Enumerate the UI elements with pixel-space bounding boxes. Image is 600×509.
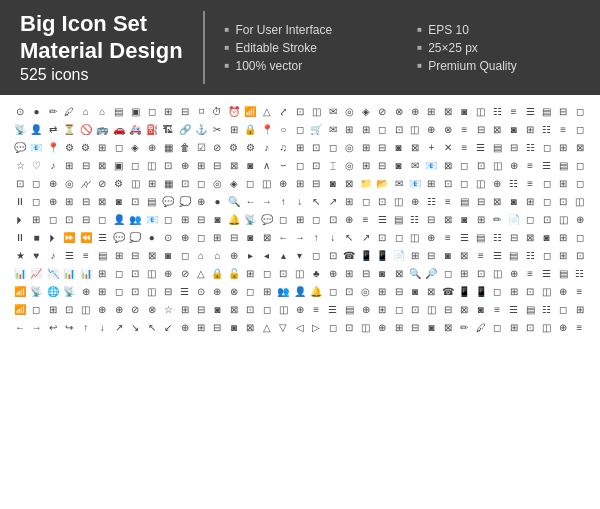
icon: ⊡ bbox=[555, 193, 571, 209]
icon: 👥 bbox=[127, 211, 143, 227]
icon: ⊟ bbox=[374, 139, 390, 155]
icon: ◙ bbox=[160, 247, 176, 263]
icon: ⊘ bbox=[127, 301, 143, 317]
icon: ▤ bbox=[539, 103, 555, 119]
icon: ⊟ bbox=[78, 157, 94, 173]
icon: ⊟ bbox=[160, 283, 176, 299]
icon: ◻ bbox=[292, 157, 308, 173]
icon: 🔔 bbox=[226, 211, 242, 227]
icon: ⊞ bbox=[111, 247, 127, 263]
icon: ⊕ bbox=[407, 103, 423, 119]
icon: ⊞ bbox=[423, 103, 439, 119]
icon: ⏳ bbox=[61, 121, 77, 137]
icon: ▤ bbox=[391, 211, 407, 227]
icon: ↗ bbox=[358, 229, 374, 245]
icon: ◙ bbox=[456, 103, 472, 119]
icon: ⊕ bbox=[489, 175, 505, 191]
icon: ◻ bbox=[456, 157, 472, 173]
icon: ♪ bbox=[259, 139, 275, 155]
icon: ◎ bbox=[209, 175, 225, 191]
icon: ⊞ bbox=[374, 301, 390, 317]
icon: ◂ bbox=[259, 247, 275, 263]
icon: 📶 bbox=[12, 283, 28, 299]
icon: ⊡ bbox=[127, 265, 143, 281]
icon: ✏ bbox=[456, 319, 472, 335]
icon: 📱 bbox=[374, 247, 390, 263]
feature-2: EPS 10 bbox=[417, 23, 580, 37]
icon: ⊡ bbox=[127, 283, 143, 299]
icon: ⊠ bbox=[456, 301, 472, 317]
icon: ◫ bbox=[555, 211, 571, 227]
icon: ☆ bbox=[160, 301, 176, 317]
icon: ⊡ bbox=[292, 103, 308, 119]
icon: ◫ bbox=[144, 283, 160, 299]
icon: ⊡ bbox=[440, 175, 456, 191]
icon: 📧 bbox=[407, 175, 423, 191]
icon: ⊠ bbox=[144, 247, 160, 263]
icon: ● bbox=[28, 103, 44, 119]
icon: ⊠ bbox=[440, 211, 456, 227]
icon: ≡ bbox=[456, 139, 472, 155]
icon: 🏗 bbox=[160, 121, 176, 137]
icon: 💭 bbox=[177, 193, 193, 209]
icon: ⊞ bbox=[374, 283, 390, 299]
icon: ▴ bbox=[275, 247, 291, 263]
icon: ◙ bbox=[539, 229, 555, 245]
icon: ⊟ bbox=[127, 247, 143, 263]
header-left: Big Icon Set Material Design 525 icons bbox=[20, 11, 205, 84]
icon: 🔗 bbox=[177, 121, 193, 137]
icon: ⊠ bbox=[341, 175, 357, 191]
icon: ▣ bbox=[127, 103, 143, 119]
icon: ◻ bbox=[572, 229, 588, 245]
icon: 💬 bbox=[12, 139, 28, 155]
icon: ⊕ bbox=[193, 193, 209, 209]
icon: ▦ bbox=[160, 175, 176, 191]
icon: ◫ bbox=[144, 157, 160, 173]
icon: ◫ bbox=[391, 193, 407, 209]
icon: ◎ bbox=[61, 175, 77, 191]
icon: ⚓ bbox=[193, 121, 209, 137]
icon: ⊟ bbox=[506, 229, 522, 245]
icon: + bbox=[423, 139, 439, 155]
icon: ⊟ bbox=[358, 265, 374, 281]
icon: ⊟ bbox=[209, 319, 225, 335]
icon: ◻ bbox=[572, 121, 588, 137]
icon: 👤 bbox=[28, 121, 44, 137]
icon: ☰ bbox=[374, 211, 390, 227]
icon: ⊠ bbox=[440, 319, 456, 335]
icon: ◫ bbox=[259, 175, 275, 191]
icon: ☰ bbox=[94, 229, 110, 245]
icon: ⊞ bbox=[358, 139, 374, 155]
icon: ◎ bbox=[341, 157, 357, 173]
icon: ⊕ bbox=[226, 247, 242, 263]
icon: ⊡ bbox=[61, 301, 77, 317]
icon: ✉ bbox=[391, 175, 407, 191]
icon: ⏪ bbox=[78, 229, 94, 245]
icon: 📧 bbox=[423, 157, 439, 173]
icon: 🔒 bbox=[209, 265, 225, 281]
icon: 📱 bbox=[473, 283, 489, 299]
icon: ⊞ bbox=[555, 247, 571, 263]
icon: ⊗ bbox=[391, 103, 407, 119]
icon: → bbox=[259, 193, 275, 209]
icon: ⊞ bbox=[177, 301, 193, 317]
icon: ⊞ bbox=[61, 193, 77, 209]
icon: ◙ bbox=[209, 301, 225, 317]
icon: ⊠ bbox=[226, 301, 242, 317]
icon: ⊗ bbox=[440, 121, 456, 137]
icon: ◫ bbox=[423, 301, 439, 317]
icon: 📄 bbox=[506, 211, 522, 227]
icon: ▤ bbox=[456, 193, 472, 209]
feature-1: For User Interface bbox=[225, 23, 388, 37]
icon: 📡 bbox=[61, 283, 77, 299]
icon: ⊞ bbox=[341, 265, 357, 281]
icon: 🚌 bbox=[94, 121, 110, 137]
icon: ⊡ bbox=[407, 301, 423, 317]
icon: ≡ bbox=[440, 193, 456, 209]
icon: ⊞ bbox=[555, 139, 571, 155]
icon: 🔔 bbox=[308, 283, 324, 299]
icon: ◻ bbox=[94, 211, 110, 227]
icon: 🚑 bbox=[127, 121, 143, 137]
icon: ⏰ bbox=[226, 103, 242, 119]
icon: ⊞ bbox=[473, 211, 489, 227]
